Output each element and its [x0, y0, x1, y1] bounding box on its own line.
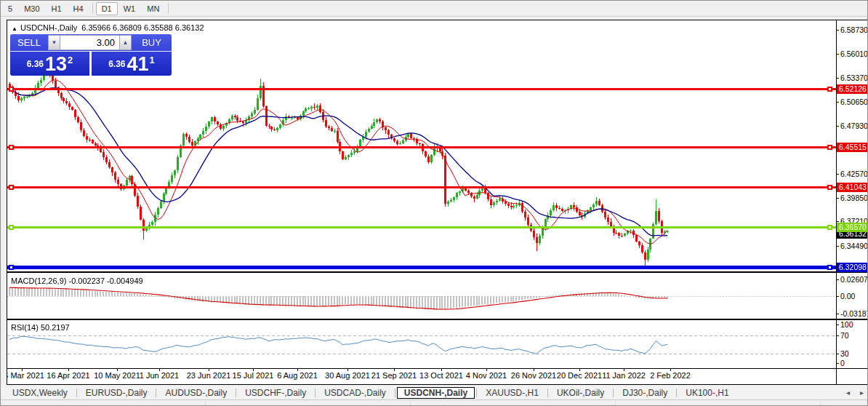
one-click-trading-panel: SELL ▼ ▲ BUY 6.36132 6.36411: [10, 34, 172, 76]
rsi-indicator-label: RSI(14) 50.2197: [11, 323, 70, 332]
date-axis-tick: [624, 369, 624, 371]
date-axis-tick: [534, 369, 534, 371]
chart-area: ▲USDCNH-,Daily 6.35966 6.36809 6.35588 6…: [7, 20, 868, 385]
volume-decrease-button[interactable]: ▼: [48, 35, 60, 50]
status-strip: [1, 399, 868, 406]
rsi-axis-label: 30: [840, 349, 868, 358]
strip-separator: [820, 401, 821, 406]
macd-axis-label: 0.00: [840, 292, 868, 300]
date-axis-tick: [117, 369, 118, 371]
date-axis-tick: [209, 369, 209, 371]
pane-separator[interactable]: [7, 368, 868, 369]
timeframe-button-5[interactable]: 5: [2, 2, 18, 15]
symbol-tab-USDX[interactable]: USDX,Weekly: [5, 387, 75, 399]
symbol-tab-EURUSD[interactable]: EURUSD-,Daily: [79, 387, 155, 399]
price-axis-label: 6.50650: [840, 97, 868, 106]
line-handle[interactable]: [9, 265, 14, 270]
price-axis-label: 6.53370: [840, 73, 868, 82]
date-axis-label: 10 May 2021: [94, 371, 140, 380]
sell-price-panel[interactable]: 6.36132: [10, 51, 89, 75]
prev-tabs-arrow[interactable]: ◂: [841, 389, 855, 397]
horizontal-level-line[interactable]: [7, 266, 836, 269]
symbol-tab-DJ30[interactable]: DJ30-,Daily: [615, 387, 675, 399]
date-axis-tick: [297, 369, 298, 371]
date-axis-tick: [159, 369, 160, 371]
price-axis-label: 6.58730: [840, 25, 868, 34]
tab-separator: [613, 389, 614, 397]
line-handle[interactable]: [9, 145, 14, 150]
rsi-indicator-canvas[interactable]: [7, 320, 836, 368]
date-axis-label: 24 Mar 2021: [7, 371, 44, 380]
tab-separator: [395, 389, 395, 397]
line-handle[interactable]: [9, 185, 14, 190]
price-axis-separator[interactable]: [836, 20, 837, 384]
tab-separator: [547, 389, 548, 397]
line-handle[interactable]: [9, 87, 14, 92]
symbol-tab-UK100[interactable]: UK100-,H1: [678, 387, 736, 399]
line-handle[interactable]: [827, 185, 832, 190]
down-arrow-icon: ▼: [52, 39, 57, 46]
timeframe-button-M30[interactable]: M30: [18, 2, 45, 15]
buy-button[interactable]: BUY: [132, 35, 171, 50]
line-handle[interactable]: [827, 87, 832, 92]
next-tabs-arrow[interactable]: ▸: [855, 389, 868, 397]
buy-price-panel[interactable]: 6.36411: [92, 51, 172, 75]
date-axis-tick: [68, 369, 69, 371]
price-level-badge: 6.45515: [837, 143, 868, 152]
symbol-tab-USDCNH[interactable]: USDCNH-,Daily: [397, 387, 475, 399]
strip-separator: [615, 401, 616, 406]
timeframe-button-H1[interactable]: H1: [46, 2, 68, 15]
symbol-tab-USDCAD[interactable]: USDCAD-,Daily: [317, 387, 393, 399]
chart-symbol-title: USDCNH-,Daily: [20, 23, 77, 32]
line-handle[interactable]: [9, 225, 14, 230]
volume-input[interactable]: [60, 35, 119, 50]
date-axis-label: 4 Nov 2021: [466, 371, 507, 380]
date-axis-label: 6 Aug 2021: [277, 371, 318, 380]
sell-button[interactable]: SELL: [11, 35, 47, 50]
pane-separator[interactable]: [7, 319, 868, 320]
timeframe-button-H4[interactable]: H4: [68, 2, 89, 15]
horizontal-level-line[interactable]: [7, 226, 836, 228]
line-handle[interactable]: [827, 265, 832, 270]
line-handle[interactable]: [827, 225, 832, 230]
horizontal-level-line[interactable]: [7, 186, 836, 188]
strip-separator: [410, 401, 411, 406]
price-level-badge: 6.32098: [837, 263, 868, 272]
toolbar-separator: [168, 3, 169, 14]
symbol-tab-USDCHF[interactable]: USDCHF-,Daily: [238, 387, 313, 399]
buy-price-big-digits: 41: [127, 53, 149, 75]
price-level-badge: 6.52126: [837, 84, 868, 94]
date-axis-tick: [347, 369, 348, 371]
collapse-arrow-icon[interactable]: ▲: [12, 25, 17, 32]
chart-title: ▲USDCNH-,Daily 6.35966 6.36809 6.35588 6…: [12, 23, 204, 32]
rsi-axis-label: 100: [840, 320, 868, 329]
pane-separator[interactable]: [7, 271, 868, 273]
price-axis-label: 6.56010: [840, 49, 868, 58]
timeframe-button-D1[interactable]: D1: [96, 2, 118, 15]
macd-indicator-label: MACD(12,26,9) -0.002237 -0.004949: [11, 276, 143, 285]
line-handle[interactable]: [827, 145, 832, 150]
date-axis-tick: [670, 369, 671, 371]
symbol-tab-XAUUSD[interactable]: XAUUSD-,H1: [478, 387, 546, 399]
volume-increase-button[interactable]: ▲: [119, 35, 132, 50]
date-axis-label: 23 Jun 2021: [187, 371, 231, 380]
price-axis-label: 6.34490: [840, 242, 868, 250]
mt4-window: 5M30H1H4D1W1MN ▲USDCNH-,Daily 6.35966 6.…: [0, 0, 868, 406]
date-axis-tick: [441, 369, 442, 371]
date-axis-label: 30 Aug 2021: [325, 371, 370, 380]
timeframe-button-MN[interactable]: MN: [141, 2, 165, 15]
horizontal-level-line[interactable]: [7, 146, 836, 148]
price-axis-label: 6.39850: [840, 194, 868, 202]
tab-separator: [76, 389, 77, 397]
chart-ohlc-values: 6.35966 6.36809 6.35588 6.36132: [81, 23, 204, 32]
date-axis-tick: [22, 369, 23, 371]
price-level-badge: 6.41043: [837, 183, 868, 192]
date-axis-label: 1 Jun 2021: [140, 371, 179, 380]
symbol-tab-AUDUSD[interactable]: AUDUSD-,Daily: [158, 387, 234, 399]
tab-separator: [476, 389, 477, 397]
horizontal-level-line[interactable]: [7, 88, 836, 90]
timeframe-button-W1[interactable]: W1: [118, 2, 142, 15]
symbol-tab-UKOil[interactable]: UKOil-,Daily: [550, 387, 611, 399]
sell-price-big-digits: 13: [45, 53, 67, 75]
price-axis-label: 6.42570: [840, 170, 868, 178]
